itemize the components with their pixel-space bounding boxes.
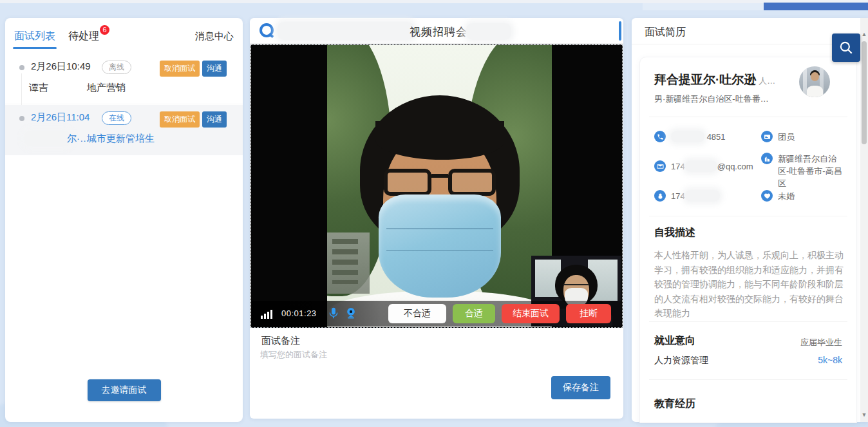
call-timer: 00:01:23 <box>281 308 317 318</box>
tab-pending-label: 待处理 <box>68 30 99 41</box>
interview-time: 2月26日11:04 <box>31 111 90 124</box>
contact-address-row: 新疆维吾尔自治区-吐鲁番市-高昌区 <box>761 153 846 189</box>
end-interview-button[interactable]: 结束面试 <box>502 304 560 323</box>
employment-intention-title: 就业意向 <box>654 334 695 348</box>
interview-list-panel: 面试列表 待处理6 消息中心 2月26日10:49 离线 取消面试 沟通 谭吉 … <box>5 18 243 422</box>
candidate-summary: 男·新疆维吾尔自治区-吐鲁番… <box>654 93 769 105</box>
video-control-bar: 00:01:23 不合适 合适 结束面试 挂断 <box>252 301 621 327</box>
resume-panel: 面试简历 拜合提亚尔·吐尔逊人… 男·新疆维吾尔自治区-吐鲁番… 485 <box>632 18 868 422</box>
candidate-full-name: 拜合提亚尔·吐尔逊人… <box>654 71 775 88</box>
contact-politics-row: 团员 <box>761 131 851 143</box>
chat-button[interactable]: 沟通 <box>202 111 227 128</box>
save-notes-button[interactable]: 保存备注 <box>551 376 610 399</box>
divider <box>649 117 847 117</box>
resume-panel-title: 面试简历 <box>645 26 686 39</box>
education-title: 教育经历 <box>654 397 695 411</box>
divider <box>649 216 847 216</box>
timeline-line <box>21 73 22 107</box>
qq-number-prefix: 174 <box>671 191 685 201</box>
email-icon <box>654 160 666 172</box>
scrollbar-track[interactable]: ▲ ▼ <box>860 18 868 422</box>
candidate-glasses <box>379 169 501 197</box>
interview-list-item-selected[interactable]: 2月26日11:04 在线 取消面试 沟通 尔·… 城市更新管培生 <box>5 105 243 155</box>
email-prefix: 174 <box>671 162 685 171</box>
mark-unsuitable-button[interactable]: 不合适 <box>388 304 446 323</box>
hang-up-button[interactable]: 挂断 <box>566 304 611 323</box>
divider <box>649 321 847 322</box>
candidate-avatar <box>799 66 830 97</box>
candidate-name-fragment: 尔·… <box>67 133 90 145</box>
contact-marital-row: 未婚 <box>761 190 845 202</box>
scroll-up-icon[interactable]: ▲ <box>861 31 867 37</box>
privacy-blur-email <box>685 160 717 172</box>
invite-interview-button[interactable]: 去邀请面试 <box>88 379 161 401</box>
candidate-name: 谭吉 <box>29 82 48 94</box>
status-pill-online: 在线 <box>102 111 131 125</box>
privacy-blur-company <box>278 22 414 40</box>
graduate-tag: 应届毕业生 <box>800 337 842 348</box>
self-description-text: 本人性格开朗，为人诚恳，乐观向上，积极主动学习，拥有较强的组织能力和适应能力，并… <box>654 248 845 321</box>
tab-pending[interactable]: 待处理6 <box>68 30 109 43</box>
background-bar-blue <box>764 3 868 10</box>
chat-button[interactable]: 沟通 <box>202 61 227 77</box>
message-center-link[interactable]: 消息中心 <box>195 30 234 43</box>
scrollbar-thumb[interactable] <box>862 41 867 144</box>
privacy-blur-title <box>466 23 511 40</box>
signal-strength-icon <box>261 310 272 319</box>
scrollbar-accent[interactable] <box>619 21 621 41</box>
divider <box>649 379 847 380</box>
privacy-blur-phone <box>671 131 704 142</box>
position-name: 地产营销 <box>87 82 126 94</box>
intended-position: 人力资源管理 <box>654 355 708 366</box>
candidate-name-suffix: 人… <box>759 76 775 86</box>
tab-interview-list[interactable]: 面试列表 <box>14 30 55 43</box>
phone-icon <box>654 131 666 142</box>
video-call-panel: 视频招聘会 <box>250 18 623 419</box>
privacy-blur-qq <box>685 190 720 202</box>
active-tab-underline <box>13 47 57 49</box>
status-dot <box>19 116 24 121</box>
tab-bar: 面试列表 待处理6 消息中心 <box>5 18 243 46</box>
video-call-header: 视频招聘会 <box>250 18 623 44</box>
candidate-face-mask <box>379 195 501 298</box>
scroll-down-icon[interactable]: ▼ <box>861 412 867 418</box>
app-window: 面试列表 待处理6 消息中心 2月26日10:49 离线 取消面试 沟通 谭吉 … <box>0 0 868 427</box>
job-fair-title: 视频招聘会 <box>410 24 467 39</box>
cancel-interview-button[interactable]: 取消面试 <box>160 61 200 77</box>
self-description-title: 自我描述 <box>654 226 695 240</box>
contact-email-row: 174@qq.com <box>654 160 764 173</box>
search-button[interactable] <box>832 33 860 62</box>
tab-interview-list-label: 面试列表 <box>14 30 55 41</box>
camera-icon[interactable] <box>344 307 357 321</box>
remote-video-stream <box>327 45 552 327</box>
interview-list-item[interactable]: 2月26日10:49 离线 取消面试 沟通 谭吉 地产营销 <box>5 54 243 104</box>
notes-input[interactable] <box>260 349 531 392</box>
candidate-hair-fringe <box>375 121 504 160</box>
expected-salary: 5k~8k <box>818 355 842 365</box>
interview-time: 2月26日10:49 <box>31 61 91 73</box>
email-domain: @qq.com <box>717 162 753 171</box>
company-logo-icon <box>259 23 274 37</box>
id-card-icon <box>761 131 773 142</box>
status-pill-offline: 离线 <box>102 61 131 74</box>
cancel-interview-button[interactable]: 取消面试 <box>160 111 200 128</box>
qq-icon <box>654 190 666 202</box>
video-background-building <box>327 232 370 294</box>
divider <box>632 44 860 44</box>
video-feed: 00:01:23 不合适 合适 结束面试 挂断 <box>250 44 623 328</box>
resume-card: 拜合提亚尔·吐尔逊人… 男·新疆维吾尔自治区-吐鲁番… 4851 174@qq.… <box>639 57 857 423</box>
phone-number-suffix: 4851 <box>707 132 726 142</box>
politics-status: 团员 <box>778 131 795 143</box>
address-text: 新疆维吾尔自治区-吐鲁番市-高昌区 <box>778 153 846 189</box>
mark-suitable-button[interactable]: 合适 <box>453 304 495 323</box>
position-name: 城市更新管培生 <box>87 133 155 145</box>
building-icon <box>761 153 773 164</box>
notes-title: 面试备注 <box>261 335 300 347</box>
marital-status: 未婚 <box>778 190 795 202</box>
contact-qq-row: 174 <box>654 190 757 202</box>
heart-icon <box>761 190 773 202</box>
microphone-icon[interactable] <box>327 307 340 321</box>
status-dot <box>19 65 24 70</box>
privacy-blur-name <box>24 131 71 146</box>
background-bar-light <box>643 3 764 10</box>
